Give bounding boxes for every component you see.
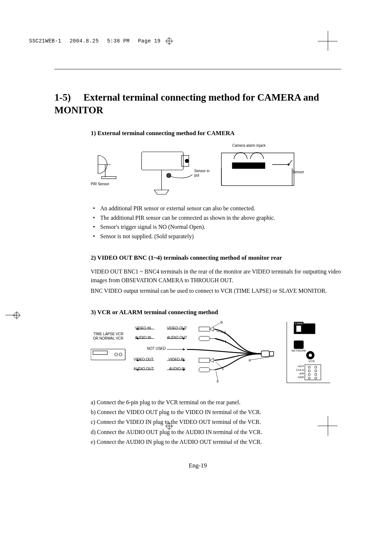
print-header: SSC21WEB-1 2004.8.25 5:38 PM Page 19 [29,38,166,44]
label-sensor: Sensor [293,170,304,174]
callout-e: e [217,379,219,383]
panel-hot: HOT [295,365,304,368]
svg-point-5 [185,159,189,163]
step-e: e) Connect the AUDIO IN plug to the AUDI… [91,437,341,447]
svg-line-50 [213,323,221,327]
lbl-vi-1: VIDEO IN [135,326,151,330]
svg-rect-16 [93,351,107,355]
svg-line-54 [216,371,218,380]
figure-vcr-wiring: TIME LAPSE VCR OR NORMAL VCR VIDEO IN VI… [91,322,341,391]
registration-mark-left [13,311,21,319]
svg-point-18 [119,353,122,356]
panel-gnd: GND [295,376,304,379]
doc-date: 2004.8.25 [70,38,99,44]
svg-rect-41 [305,365,321,380]
top-rule [54,69,341,69]
label-alarm-jack: Camera alarm injack [232,143,266,147]
lbl-vo-1: VIDEO OUT [167,326,187,330]
figure-camera-sensor: PIR Sensor Sensor in put Camera alarm in… [91,143,341,197]
callout-a: a [249,358,251,362]
svg-point-42 [308,366,310,368]
step-d: d) Connect the AUDIO OUT plug to the AUD… [91,427,341,437]
sub2-para2: BNC VIDEO output terminal can be used to… [91,287,341,296]
page-footer: Eng-19 [54,462,341,469]
sub1-bullets: An additional PIR sensor or external sen… [91,204,341,241]
callout-b: b [221,320,223,324]
panel-cam8: CAM8 [294,322,303,325]
registration-mark-top [165,37,173,45]
svg-rect-28 [199,327,210,331]
label-pir: PIR Sensor [91,182,109,186]
svg-point-44 [308,370,310,372]
svg-rect-8 [221,153,294,186]
lbl-vi-2: VIDEO IN [168,357,184,361]
lbl-vo-2: VIDEO OUT [134,357,154,361]
bullet-item: Sensor's trigger signal is NO (Normal Op… [91,222,341,232]
panel-ar: A/R [295,372,304,375]
section-number: 1-5) [54,91,83,104]
svg-rect-38 [294,341,303,349]
lbl-ai-2: AUDIO IN [169,367,185,371]
panel-network: NETWORK [291,349,306,352]
callout-d: d [224,331,226,335]
step-a: a) Connect the 6-pin plug to the VCR ter… [91,397,341,407]
sub3-heading: 3) VCR or ALARM terminal connecting meth… [91,309,341,316]
svg-rect-2 [102,177,116,179]
svg-point-46 [308,373,310,376]
vcr-caption-1: TIME LAPSE VCR [91,332,123,336]
doc-id: SSC21WEB-1 [29,38,61,44]
svg-rect-9 [232,163,265,169]
svg-point-45 [315,370,317,372]
sub1-heading: 1) External terminal connecting method f… [91,130,341,137]
panel-cold: COLD [295,368,304,372]
sub2-heading: 2) VIDEO OUT BNC (1~4) terminals connect… [91,254,341,262]
svg-rect-3 [142,152,183,170]
callout-c: c [222,367,224,371]
svg-point-43 [315,366,317,368]
sub2-para1: VIDEO OUT BNC1 ~ BNC4 terminals in the r… [91,267,341,285]
panel-vcr: VCR [309,360,315,363]
svg-rect-37 [296,325,301,332]
sub3-steps: a) Connect the 6-pin plug to the VCR ter… [91,397,341,447]
lbl-notused: NOT USED [147,347,166,351]
label-sensor-input: Sensor in put [194,169,212,178]
lbl-ao-1: AUDIO OUT [167,336,187,340]
svg-rect-29 [199,336,210,341]
svg-point-40 [309,353,312,357]
svg-point-47 [315,373,317,376]
doc-time: 5:38 PM [107,38,130,44]
vcr-caption-2: OR NORMAL VCR [91,336,123,340]
svg-point-7 [167,173,171,178]
svg-point-17 [115,353,118,356]
svg-line-53 [216,362,222,368]
svg-rect-34 [261,351,269,357]
lbl-ao-2: AUDIO OUT [134,367,154,371]
bullet-item: The additional PIR sensor can be connect… [91,213,341,223]
lbl-ai-1: AUDIO IN [135,336,151,340]
svg-point-48 [308,377,310,379]
svg-rect-31 [199,358,210,362]
bullet-item: An additional PIR sensor or external sen… [91,204,341,213]
section-heading: 1-5)External terminal connecting method … [54,91,341,117]
svg-line-12 [289,160,292,165]
svg-rect-35 [269,352,274,356]
svg-rect-32 [199,368,210,372]
section-title-text: External terminal connecting method for … [54,92,319,116]
bullet-item: Sensor is not supplied. (Sold separately… [91,232,341,241]
step-b: b) Connect the VIDEO OUT plug to the VID… [91,407,341,417]
page-body: 1-5)External terminal connecting method … [54,69,341,469]
step-c: c) Connect the VIDEO IN plug to the VIDE… [91,417,341,427]
doc-page: Page 19 [138,38,160,44]
svg-point-49 [315,377,317,379]
callout-f: f [225,340,226,344]
